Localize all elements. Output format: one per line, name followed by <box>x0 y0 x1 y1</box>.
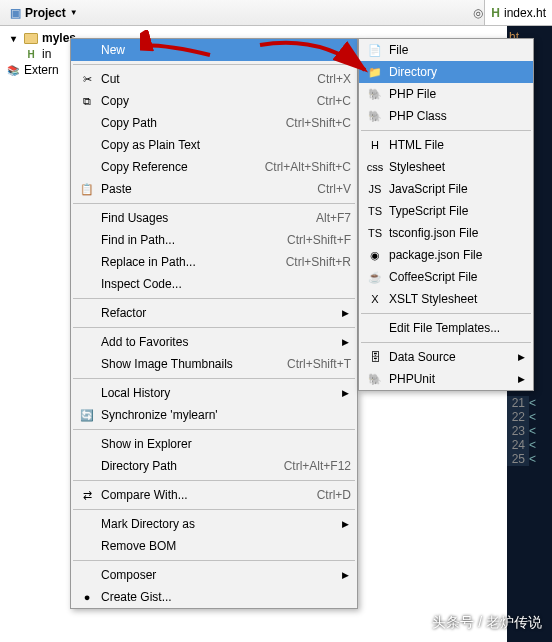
menu-item-label: package.json File <box>385 248 527 262</box>
menu-item-label: Stylesheet <box>385 160 527 174</box>
db-icon: 🗄 <box>365 349 385 365</box>
line-content: < <box>529 452 536 466</box>
submenu-arrow-icon: ▶ <box>339 337 351 347</box>
⇄-icon: ⇄ <box>77 487 97 503</box>
menu-item-synchronize-mylearn[interactable]: 🔄Synchronize 'mylearn' <box>71 404 357 426</box>
menu-separator <box>73 509 355 510</box>
menu-item-tsconfig-json-file[interactable]: TStsconfig.json File <box>359 222 533 244</box>
submenu-arrow-icon: ▶ <box>339 519 351 529</box>
blank-icon <box>77 458 97 474</box>
menu-item-coffeescript-file[interactable]: ☕CoffeeScript File <box>359 266 533 288</box>
menu-item-typescript-file[interactable]: TSTypeScript File <box>359 200 533 222</box>
menu-item-label: CoffeeScript File <box>385 270 527 284</box>
menu-item-label: Inspect Code... <box>97 277 351 291</box>
tree-item-label: in <box>42 47 51 61</box>
menu-item-stylesheet[interactable]: cssStylesheet <box>359 156 533 178</box>
menu-item-data-source[interactable]: 🗄Data Source▶ <box>359 346 533 368</box>
menu-item-xslt-stylesheet[interactable]: XXSLT Stylesheet <box>359 288 533 310</box>
menu-item-php-class[interactable]: 🐘PHP Class <box>359 105 533 127</box>
menu-item-copy-path[interactable]: Copy PathCtrl+Shift+C <box>71 112 357 134</box>
menu-item-label: XSLT Stylesheet <box>385 292 527 306</box>
menu-shortcut: Ctrl+Shift+C <box>266 116 351 130</box>
menu-item-label: Show Image Thumbnails <box>97 357 267 371</box>
menu-item-find-usages[interactable]: Find UsagesAlt+F7 <box>71 207 357 229</box>
menu-item-cut[interactable]: ✂CutCtrl+X <box>71 68 357 90</box>
menu-separator <box>361 313 531 314</box>
menu-item-label: Copy Reference <box>97 160 245 174</box>
menu-item-html-file[interactable]: HHTML File <box>359 134 533 156</box>
editor-line: 24 < <box>507 438 552 452</box>
editor-line: 21 < <box>507 396 552 410</box>
menu-item-composer[interactable]: Composer▶ <box>71 564 357 586</box>
submenu-arrow-icon: ▶ <box>339 570 351 580</box>
menu-item-copy-as-plain-text[interactable]: Copy as Plain Text <box>71 134 357 156</box>
menu-item-local-history[interactable]: Local History▶ <box>71 382 357 404</box>
menu-separator <box>73 378 355 379</box>
submenu-arrow-icon: ▶ <box>339 388 351 398</box>
blank-icon <box>77 276 97 292</box>
menu-shortcut: Ctrl+Shift+R <box>266 255 351 269</box>
menu-item-label: HTML File <box>385 138 527 152</box>
menu-item-show-in-explorer[interactable]: Show in Explorer <box>71 433 357 455</box>
menu-item-find-in-path[interactable]: Find in Path...Ctrl+Shift+F <box>71 229 357 251</box>
menu-item-label: Refactor <box>97 306 339 320</box>
toolbar: ▣ Project ▼ ◎ ⇲ ⚙ ↦ <box>0 0 552 26</box>
menu-item-add-to-favorites[interactable]: Add to Favorites▶ <box>71 331 357 353</box>
menu-item-label: PHPUnit <box>385 372 515 386</box>
menu-item-new[interactable]: New▶ <box>71 39 357 61</box>
menu-item-label: Add to Favorites <box>97 335 339 349</box>
menu-item-compare-with[interactable]: ⇄Compare With...Ctrl+D <box>71 484 357 506</box>
blank-icon <box>77 42 97 58</box>
submenu-arrow-icon: ▶ <box>515 352 527 362</box>
menu-separator <box>73 298 355 299</box>
expand-icon[interactable]: ▾ <box>6 31 20 45</box>
menu-item-remove-bom[interactable]: Remove BOM <box>71 535 357 557</box>
menu-item-label: Remove BOM <box>97 539 351 553</box>
menu-item-mark-directory-as[interactable]: Mark Directory as▶ <box>71 513 357 535</box>
html-file-icon: H <box>491 6 500 20</box>
menu-item-show-image-thumbnails[interactable]: Show Image ThumbnailsCtrl+Shift+T <box>71 353 357 375</box>
menu-item-paste[interactable]: 📋PasteCtrl+V <box>71 178 357 200</box>
project-icon: ▣ <box>10 6 21 20</box>
menu-item-label: Show in Explorer <box>97 437 351 451</box>
menu-item-label: Directory <box>385 65 527 79</box>
project-selector[interactable]: ▣ Project ▼ <box>4 4 84 22</box>
menu-item-replace-in-path[interactable]: Replace in Path...Ctrl+Shift+R <box>71 251 357 273</box>
menu-item-label: Paste <box>97 182 297 196</box>
blank-icon <box>77 115 97 131</box>
line-content: < <box>529 396 536 410</box>
menu-item-edit-file-templates[interactable]: Edit File Templates... <box>359 317 533 339</box>
menu-item-package-json-file[interactable]: ◉package.json File <box>359 244 533 266</box>
blank-icon <box>77 385 97 401</box>
menu-item-copy[interactable]: ⧉CopyCtrl+C <box>71 90 357 112</box>
menu-separator <box>73 327 355 328</box>
menu-item-create-gist[interactable]: ●Create Gist... <box>71 586 357 608</box>
project-label: Project <box>25 6 66 20</box>
menu-item-label: Find Usages <box>97 211 296 225</box>
menu-item-file[interactable]: 📄File <box>359 39 533 61</box>
✂-icon: ✂ <box>77 71 97 87</box>
blank-icon <box>77 516 97 532</box>
menu-item-inspect-code[interactable]: Inspect Code... <box>71 273 357 295</box>
menu-item-directory[interactable]: 📁Directory <box>359 61 533 83</box>
menu-item-copy-reference[interactable]: Copy ReferenceCtrl+Alt+Shift+C <box>71 156 357 178</box>
editor-line: 25 < <box>507 452 552 466</box>
menu-shortcut: Ctrl+Shift+F <box>267 233 351 247</box>
menu-separator <box>73 480 355 481</box>
editor-tab[interactable]: H index.ht <box>484 0 552 26</box>
folder-icon <box>24 33 38 44</box>
blank-icon <box>77 538 97 554</box>
menu-item-directory-path[interactable]: Directory PathCtrl+Alt+F12 <box>71 455 357 477</box>
submenu-arrow-icon: ▶ <box>339 45 351 55</box>
editor-line: 22 < <box>507 410 552 424</box>
menu-item-php-file[interactable]: 🐘PHP File <box>359 83 533 105</box>
menu-separator <box>361 342 531 343</box>
menu-item-refactor[interactable]: Refactor▶ <box>71 302 357 324</box>
menu-separator <box>73 429 355 430</box>
chevron-down-icon: ▼ <box>70 8 78 17</box>
menu-item-javascript-file[interactable]: JSJavaScript File <box>359 178 533 200</box>
⧉-icon: ⧉ <box>77 93 97 109</box>
blank-icon <box>77 567 97 583</box>
menu-item-phpunit[interactable]: 🐘PHPUnit▶ <box>359 368 533 390</box>
blank-icon <box>77 305 97 321</box>
